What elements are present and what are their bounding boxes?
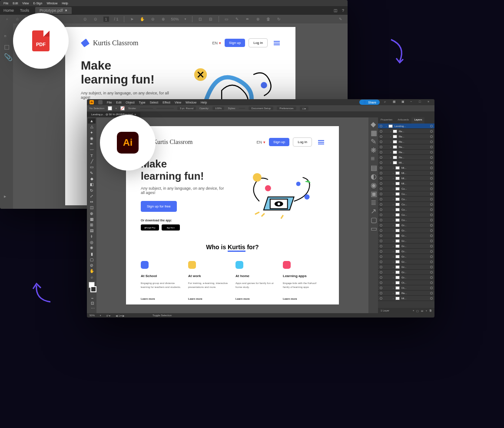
chevron-icon[interactable]: › xyxy=(393,297,394,300)
target-icon[interactable] xyxy=(430,151,433,154)
minimize-icon[interactable]: − xyxy=(410,100,414,104)
visibility-icon[interactable] xyxy=(380,219,382,221)
type-tool-icon[interactable]: T xyxy=(88,153,96,158)
layer-row[interactable]: › Co... xyxy=(378,186,434,191)
ai-menu-file[interactable]: File xyxy=(107,101,112,104)
layer-row[interactable]: › Landing... xyxy=(378,124,434,129)
new-layer-icon[interactable]: + xyxy=(425,309,427,312)
login-button[interactable]: Log in xyxy=(293,137,312,147)
layer-row[interactable]: › Re... xyxy=(378,129,434,134)
ai-menu-edit[interactable]: Edit xyxy=(116,101,121,104)
ai-logo-icon[interactable]: Ai xyxy=(90,100,94,104)
brush-tool-icon[interactable]: ✎ xyxy=(88,171,96,176)
blend-tool-icon[interactable]: ◎ xyxy=(88,240,96,245)
panel-artboards-icon[interactable]: ▢ xyxy=(371,216,376,221)
menu-edit[interactable]: Edit xyxy=(13,2,18,5)
save-icon[interactable]: ▫ xyxy=(4,17,10,22)
chevron-icon[interactable]: › xyxy=(393,271,394,274)
menu-esign[interactable]: E-Sign xyxy=(33,2,42,5)
panel-stroke-icon[interactable]: ≡ xyxy=(371,155,376,160)
menu-file[interactable]: File xyxy=(3,2,8,5)
locate-layer-icon[interactable]: ⌖ xyxy=(413,309,414,312)
signup-button[interactable]: Sign up xyxy=(269,138,289,146)
chevron-icon[interactable]: › xyxy=(393,266,394,268)
rotate-tool-icon[interactable]: ↻ xyxy=(88,187,96,193)
layer-row[interactable]: › Gr... xyxy=(378,228,434,233)
make-mask-icon[interactable]: ▢ xyxy=(416,309,419,312)
zoom-out-icon[interactable]: ⊖ xyxy=(150,17,156,22)
target-icon[interactable] xyxy=(430,219,433,221)
panel-libraries-icon[interactable]: ▭ xyxy=(371,224,376,230)
visibility-icon[interactable] xyxy=(380,135,382,138)
sign-icon[interactable]: ✒ xyxy=(245,17,250,22)
ai-menu-effect[interactable]: Effect xyxy=(162,101,170,104)
target-icon[interactable] xyxy=(430,135,433,138)
visibility-icon[interactable] xyxy=(380,281,382,284)
panel-graphic-styles-icon[interactable]: ▣ xyxy=(371,190,376,195)
chevron-icon[interactable]: › xyxy=(390,161,391,164)
trash-icon[interactable]: 🗑 xyxy=(266,17,271,22)
layer-row[interactable]: › Gr... xyxy=(378,259,434,264)
layer-row[interactable]: › Gr... xyxy=(378,223,434,228)
shape-builder-tool-icon[interactable]: ⊕ xyxy=(88,211,96,216)
chevron-icon[interactable]: › xyxy=(393,229,394,232)
panel-tab-properties[interactable]: Properties xyxy=(378,117,395,124)
tab-home[interactable]: Home xyxy=(3,8,14,13)
visibility-icon[interactable] xyxy=(380,292,382,294)
target-icon[interactable] xyxy=(430,287,433,289)
gradient-tool-icon[interactable]: ▤ xyxy=(88,228,96,233)
chevron-icon[interactable]: › xyxy=(393,193,394,195)
chevron-icon[interactable]: › xyxy=(393,261,394,263)
chevron-icon[interactable]: › xyxy=(393,276,394,279)
visibility-icon[interactable] xyxy=(380,271,382,274)
line-tool-icon[interactable]: ╱ xyxy=(88,159,96,164)
target-icon[interactable] xyxy=(430,177,433,180)
notification-icon[interactable]: ◫ xyxy=(334,8,338,13)
ai-menu-object[interactable]: Object xyxy=(126,101,134,104)
color-mode-icon[interactable]: ▪▫ xyxy=(89,296,96,300)
visibility-icon[interactable] xyxy=(380,161,382,164)
signup-button[interactable]: Sign up xyxy=(225,39,245,47)
bookmarks-icon[interactable]: ◻ xyxy=(4,43,9,48)
help-icon[interactable]: ? xyxy=(342,8,344,13)
target-icon[interactable] xyxy=(430,182,433,185)
zoom-tool-icon[interactable]: ⌕ xyxy=(88,274,96,280)
chevron-icon[interactable]: › xyxy=(393,250,394,253)
visibility-icon[interactable] xyxy=(380,240,382,242)
fill-swatch[interactable] xyxy=(108,106,112,110)
google-play-badge[interactable]: ▶ Google Play xyxy=(141,224,159,231)
visibility-icon[interactable] xyxy=(380,229,382,232)
layer-row[interactable]: › Ot... xyxy=(378,285,434,291)
mesh-tool-icon[interactable]: ⊞ xyxy=(88,222,96,227)
scale-tool-icon[interactable]: ⤢ xyxy=(88,194,96,199)
visibility-icon[interactable] xyxy=(380,266,382,268)
panel-layers-icon[interactable]: ≣ xyxy=(371,198,376,204)
visibility-icon[interactable] xyxy=(380,261,382,263)
visibility-icon[interactable] xyxy=(380,177,382,180)
layer-row[interactable]: › Co... xyxy=(378,207,434,212)
chevron-icon[interactable]: › xyxy=(393,292,394,294)
card-link[interactable]: Learn more xyxy=(235,298,250,300)
card-link[interactable]: Learn more xyxy=(283,298,297,300)
chevron-icon[interactable]: › xyxy=(393,281,394,284)
target-icon[interactable] xyxy=(430,229,433,232)
screen-mode-icon[interactable]: ⊡ xyxy=(89,301,96,305)
edit-toolbar-icon[interactable]: ⋯ xyxy=(89,306,96,311)
target-icon[interactable] xyxy=(430,203,433,206)
layer-row[interactable]: › Re... xyxy=(378,291,434,296)
page-up-icon[interactable]: ⊙ xyxy=(83,17,88,22)
visibility-icon[interactable] xyxy=(380,287,382,289)
free-transform-tool-icon[interactable]: ◫ xyxy=(88,205,96,210)
layer-row[interactable]: › Co... xyxy=(378,217,434,223)
panel-color-icon[interactable]: ◆ xyxy=(371,120,376,125)
visibility-icon[interactable] xyxy=(380,255,382,258)
stroke-swatch[interactable] xyxy=(120,106,125,110)
visibility-icon[interactable] xyxy=(380,182,382,185)
ai-menu-help[interactable]: Help xyxy=(201,101,207,104)
target-icon[interactable] xyxy=(430,193,433,195)
rectangle-tool-icon[interactable]: ▭ xyxy=(88,164,96,170)
panel-asset-export-icon[interactable]: ↗ xyxy=(371,207,376,212)
width-tool-icon[interactable]: ⇔ xyxy=(88,199,96,204)
ai-menu-type[interactable]: Type xyxy=(139,101,146,104)
chevron-icon[interactable]: › xyxy=(393,214,394,216)
